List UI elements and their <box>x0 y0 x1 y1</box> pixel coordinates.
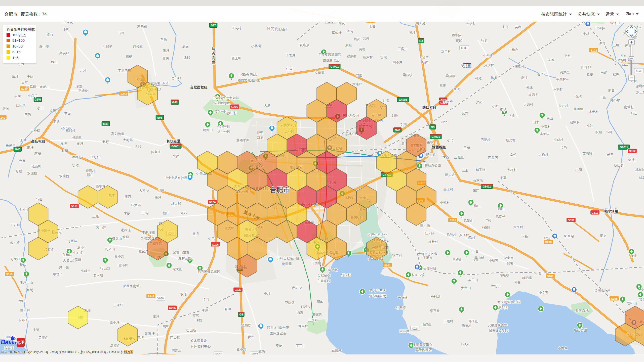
svg-text:蚌: 蚌 <box>212 47 215 51</box>
svg-text:代圩村: 代圩村 <box>90 155 100 159</box>
svg-text:G206: G206 <box>209 201 216 204</box>
svg-text:东郢村: 东郢村 <box>66 129 75 132</box>
svg-text:S105: S105 <box>611 297 618 300</box>
svg-text:老河坝: 老河坝 <box>93 274 103 277</box>
svg-text:凤凰集: 凤凰集 <box>574 107 584 111</box>
svg-text:军高村: 军高村 <box>556 77 566 81</box>
svg-text:圻湾: 圻湾 <box>27 288 33 292</box>
svg-text:大李村: 大李村 <box>513 225 523 229</box>
svg-text:饭棚村: 饭棚村 <box>72 155 82 159</box>
svg-text:油坊洪: 油坊洪 <box>491 284 501 288</box>
svg-text:G312: G312 <box>629 150 636 153</box>
svg-text:小关: 小关 <box>208 236 215 240</box>
svg-text:三房户: 三房户 <box>398 47 408 51</box>
svg-text:S102: S102 <box>590 49 597 52</box>
svg-text:上杜庄: 上杜庄 <box>454 155 464 159</box>
svg-text:丁陈鲁: 丁陈鲁 <box>312 261 321 265</box>
svg-text:小赵村: 小赵村 <box>553 138 564 142</box>
svg-text:梁湾: 梁湾 <box>72 164 79 168</box>
svg-text:小圩: 小圩 <box>264 292 270 295</box>
svg-text:何大郢: 何大郢 <box>10 257 20 261</box>
svg-text:鸡鸣山: 鸡鸣山 <box>203 128 213 132</box>
svg-text:陆家洼: 陆家洼 <box>139 250 148 253</box>
svg-text:和睦湖公园: 和睦湖公园 <box>424 163 441 167</box>
svg-text:尖山: 尖山 <box>546 116 553 120</box>
svg-text:北店子: 北店子 <box>28 94 38 98</box>
svg-text:刘上英: 刘上英 <box>636 90 644 94</box>
svg-text:黄圩: 黄圩 <box>77 142 83 146</box>
svg-text:大梅村: 大梅村 <box>507 168 517 172</box>
svg-text:陶巷: 陶巷 <box>491 76 498 80</box>
svg-text:张玉村: 张玉村 <box>341 273 351 277</box>
svg-text:元一双凤湖国际: 元一双凤湖国际 <box>318 53 341 57</box>
svg-text:庙岗乡: 庙岗乡 <box>529 93 538 96</box>
svg-text:吴巷: 吴巷 <box>515 25 521 29</box>
svg-text:庞岗: 庞岗 <box>462 111 468 115</box>
svg-text:周黄: 周黄 <box>608 89 615 93</box>
svg-text:高刘街道: 高刘街道 <box>111 132 124 136</box>
svg-text:竹西洼: 竹西洼 <box>67 239 77 243</box>
svg-text:龚家垄: 龚家垄 <box>560 70 570 74</box>
svg-text:塘南村: 塘南村 <box>298 324 308 328</box>
svg-text:高: 高 <box>212 56 215 60</box>
svg-text:风景名胜区: 风景名胜区 <box>416 348 432 352</box>
svg-text:物流园: 物流园 <box>282 262 292 266</box>
svg-text:军帅圩: 军帅圩 <box>332 31 342 35</box>
svg-text:王岗: 王岗 <box>463 146 470 150</box>
svg-text:骆郢: 骆郢 <box>180 211 187 215</box>
svg-text:照山村: 照山村 <box>227 111 237 115</box>
svg-text:松柯洪: 松柯洪 <box>430 295 440 298</box>
svg-text:肥东站: 肥东站 <box>426 153 436 157</box>
svg-text:棚山: 棚山 <box>20 262 26 266</box>
svg-text:张圩: 张圩 <box>409 31 415 34</box>
svg-text:G5011: G5011 <box>620 146 628 149</box>
svg-text:G3W: G3W <box>34 98 41 101</box>
svg-text:双庙: 双庙 <box>180 292 187 296</box>
svg-text:巴山庙: 巴山庙 <box>186 328 196 332</box>
svg-text:陶小冲: 陶小冲 <box>393 60 403 64</box>
svg-text:杏子洼: 杏子洼 <box>537 72 547 76</box>
svg-text:肥西华南城: 肥西华南城 <box>123 284 140 288</box>
svg-text:张湾: 张湾 <box>192 232 199 236</box>
svg-text:巢湖中垾站: 巢湖中垾站 <box>594 289 611 292</box>
svg-text:S601: S601 <box>384 264 391 267</box>
svg-text:下石埠: 下石埠 <box>10 223 20 227</box>
svg-text:郭郢: 郭郢 <box>257 131 263 135</box>
svg-text:老尹: 老尹 <box>607 153 613 157</box>
svg-text:烟炀镇: 烟炀镇 <box>500 273 509 277</box>
svg-text:塔子山: 塔子山 <box>468 319 478 323</box>
svg-text:汪大郢: 汪大郢 <box>170 336 180 340</box>
svg-text:叶祠: 叶祠 <box>485 218 491 222</box>
svg-text:姚湾: 姚湾 <box>155 196 161 199</box>
svg-text:河湾村: 河湾村 <box>484 63 494 67</box>
svg-text:熊小庄: 熊小庄 <box>10 241 20 245</box>
svg-text:项墩子: 项墩子 <box>53 272 63 276</box>
svg-text:赵集乡: 赵集乡 <box>570 120 580 124</box>
svg-text:小钱村: 小钱村 <box>489 258 499 262</box>
svg-text:休闲垂钓中心: 休闲垂钓中心 <box>191 344 211 348</box>
svg-text:G206: G206 <box>231 105 238 108</box>
svg-text:小庄: 小庄 <box>37 106 44 110</box>
svg-text:合肥西枢纽: 合肥西枢纽 <box>190 85 208 89</box>
svg-text:塘拐: 塘拐 <box>2 107 9 110</box>
svg-text:巢湖国家重点: 巢湖国家重点 <box>413 343 432 347</box>
svg-text:万纬合肥经开区: 万纬合肥经开区 <box>277 256 300 260</box>
svg-text:紫微洞: 紫微洞 <box>639 298 644 301</box>
svg-text:中心庄: 中心庄 <box>73 251 83 255</box>
svg-text:张龙: 张龙 <box>481 39 488 43</box>
svg-text:高店枢纽: 高店枢纽 <box>31 139 45 143</box>
svg-text:三十岗生态: 三十岗生态 <box>213 96 230 100</box>
svg-text:G40: G40 <box>395 129 400 132</box>
svg-text:赵云: 赵云 <box>613 73 619 77</box>
svg-text:卫庄: 卫庄 <box>158 189 164 192</box>
svg-text:陶家庄: 陶家庄 <box>172 348 182 352</box>
svg-text:黑石咀: 黑石咀 <box>399 329 409 333</box>
svg-text:G3: G3 <box>419 39 423 42</box>
svg-text:汤郢: 汤郢 <box>183 56 190 60</box>
svg-text:山门李: 山门李 <box>422 323 432 327</box>
svg-text:小高: 小高 <box>599 96 606 99</box>
svg-text:下杨: 下杨 <box>521 235 528 238</box>
svg-text:G3: G3 <box>431 126 435 129</box>
svg-text:双河口: 双河口 <box>610 21 620 25</box>
svg-text:胡楼: 胡楼 <box>126 55 132 59</box>
